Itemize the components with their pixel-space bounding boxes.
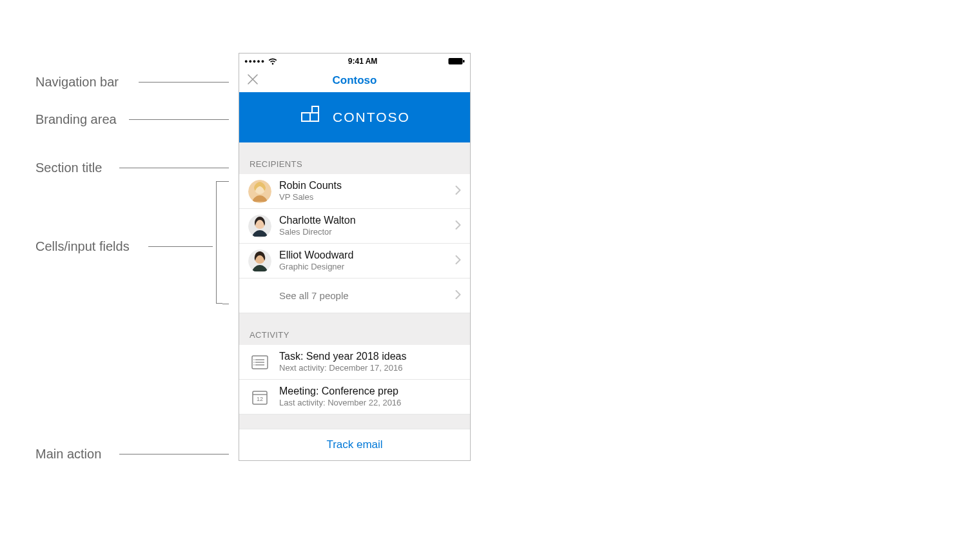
recipient-name: Elliot Woodward xyxy=(279,249,450,261)
recipient-name: Robin Counts xyxy=(279,179,450,191)
annotation-line xyxy=(148,246,213,247)
status-bar: ●●●●● 9:41 AM xyxy=(239,54,470,69)
status-time: 9:41 AM xyxy=(348,57,378,66)
activity-sub: Next activity: December 17, 2016 xyxy=(279,363,461,374)
activity-row[interactable]: Task: Send year 2018 ideas Next activity… xyxy=(239,345,470,380)
see-all-label: See all 7 people xyxy=(279,290,450,302)
recipient-role: Sales Director xyxy=(279,227,450,238)
annotation-main-action: Main action xyxy=(35,447,101,462)
branding-label: CONTOSO xyxy=(333,110,410,125)
annotation-line xyxy=(222,304,229,304)
track-email-button[interactable]: Track email xyxy=(239,429,470,460)
svg-point-16 xyxy=(253,362,255,363)
annotation-section-title: Section title xyxy=(35,161,102,175)
chevron-right-icon xyxy=(455,290,461,302)
svg-rect-2 xyxy=(302,113,310,121)
recipient-row[interactable]: Elliot Woodward Graphic Designer xyxy=(239,244,470,278)
svg-point-15 xyxy=(253,359,255,360)
section-header-recipients: RECIPIENTS xyxy=(239,159,470,174)
annotation-line xyxy=(119,168,229,168)
annotation-cells: Cells/input fields xyxy=(35,239,130,254)
annotation-line xyxy=(139,82,229,83)
calendar-icon: 12 xyxy=(248,389,271,406)
annotation-navigation-bar: Navigation bar xyxy=(35,75,119,90)
recipient-role: Graphic Designer xyxy=(279,262,450,273)
chevron-right-icon xyxy=(455,255,461,267)
svg-rect-3 xyxy=(310,113,318,121)
activity-sub: Last activity: November 22, 2016 xyxy=(279,398,461,409)
recipient-row[interactable]: Charlotte Walton Sales Director xyxy=(239,209,470,244)
annotation-bracket xyxy=(216,181,222,304)
section-header-activity: ACTIVITY xyxy=(239,330,470,345)
avatar xyxy=(248,180,271,203)
activity-row[interactable]: 12 Meeting: Conference prep Last activit… xyxy=(239,380,470,415)
avatar xyxy=(248,249,271,273)
svg-rect-4 xyxy=(312,106,318,113)
chevron-right-icon xyxy=(455,186,461,197)
list-icon xyxy=(248,354,271,371)
see-all-button[interactable]: See all 7 people xyxy=(239,278,470,313)
avatar xyxy=(248,215,271,238)
svg-rect-1 xyxy=(463,60,465,63)
svg-rect-0 xyxy=(448,58,462,64)
svg-text:12: 12 xyxy=(257,396,263,402)
phone-frame: ●●●●● 9:41 AM Contoso xyxy=(239,53,471,461)
recipient-name: Charlotte Walton xyxy=(279,214,450,226)
navigation-bar: Contoso xyxy=(239,69,470,92)
annotation-line xyxy=(119,454,229,454)
wifi-icon xyxy=(268,58,277,65)
chevron-right-icon xyxy=(455,220,461,232)
section-spacer xyxy=(239,313,470,330)
annotation-line xyxy=(222,181,229,182)
section-spacer xyxy=(239,142,470,159)
activity-title: Task: Send year 2018 ideas xyxy=(279,350,461,362)
recipient-row[interactable]: Robin Counts VP Sales xyxy=(239,174,470,209)
close-icon[interactable] xyxy=(247,73,259,88)
annotation-line xyxy=(129,119,229,120)
section-spacer xyxy=(239,415,470,429)
svg-point-17 xyxy=(253,364,255,366)
branding-area: CONTOSO xyxy=(239,92,470,142)
nav-title: Contoso xyxy=(333,74,377,87)
annotation-branding-area: Branding area xyxy=(35,112,117,127)
recipient-role: VP Sales xyxy=(279,192,450,203)
battery-icon xyxy=(448,57,465,65)
activity-title: Meeting: Conference prep xyxy=(279,385,461,397)
signal-dots-icon: ●●●●● xyxy=(244,58,265,64)
contoso-logo-icon xyxy=(299,104,324,131)
